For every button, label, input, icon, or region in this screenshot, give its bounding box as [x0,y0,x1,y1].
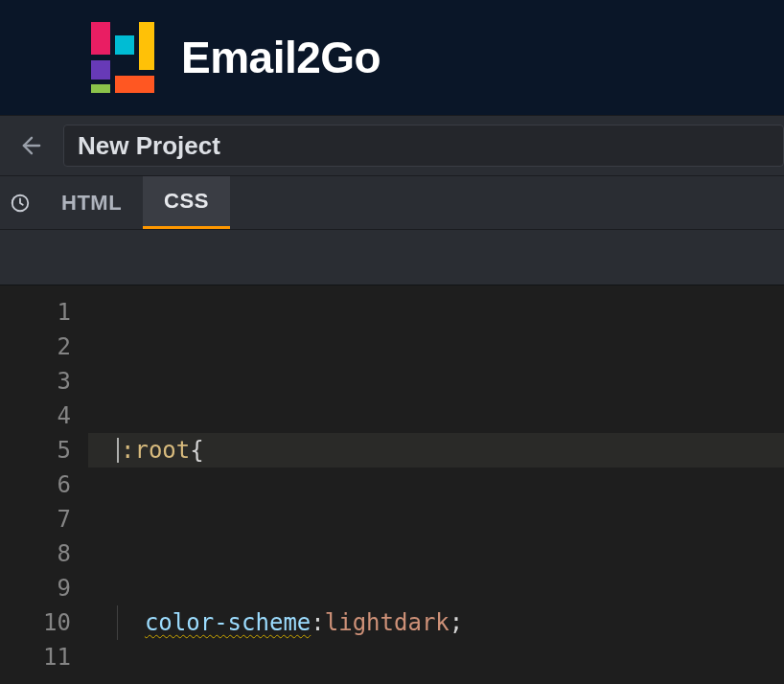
history-button[interactable] [0,176,40,229]
line-number: 10 [0,605,71,640]
line-number: 5 [0,433,71,467]
editor-sub-bar [0,230,784,285]
code-line[interactable]: :root { [88,433,784,467]
tab-label: HTML [61,191,122,216]
line-number: 8 [0,536,71,571]
cursor-icon [117,438,119,463]
line-number: 11 [0,640,71,674]
code-line[interactable]: color-scheme: light dark; [88,605,784,640]
tab-html[interactable]: HTML [40,176,143,229]
brand-name: Email2Go [181,32,380,83]
back-button[interactable] [17,131,46,160]
arrow-left-icon [18,132,45,159]
token-property: color-scheme [145,605,311,640]
line-number: 7 [0,502,71,536]
token-value: light [325,605,394,640]
tab-bar: HTML CSS [0,176,784,230]
token-value: dark [394,605,450,640]
token-selector: :root [121,433,190,467]
tab-css[interactable]: CSS [143,176,230,229]
code-content[interactable]: :root { color-scheme: light dark; suppor… [88,285,784,684]
history-icon [10,193,31,214]
line-number: 3 [0,364,71,399]
line-number-gutter: 1 2 3 4 5 6 7 8 9 10 11 [0,285,88,684]
line-number: 4 [0,399,71,433]
line-number: 9 [0,571,71,605]
brand-bar: Email2Go [0,0,784,115]
logo-icon [91,22,154,93]
code-editor[interactable]: 1 2 3 4 5 6 7 8 9 10 11 :root { color-sc… [0,285,784,684]
line-number: 6 [0,467,71,502]
tab-label: CSS [164,189,209,214]
token-brace: { [190,433,203,467]
line-number: 1 [0,295,71,330]
line-number: 2 [0,330,71,364]
project-title-input[interactable] [63,125,784,167]
title-bar [0,115,784,176]
